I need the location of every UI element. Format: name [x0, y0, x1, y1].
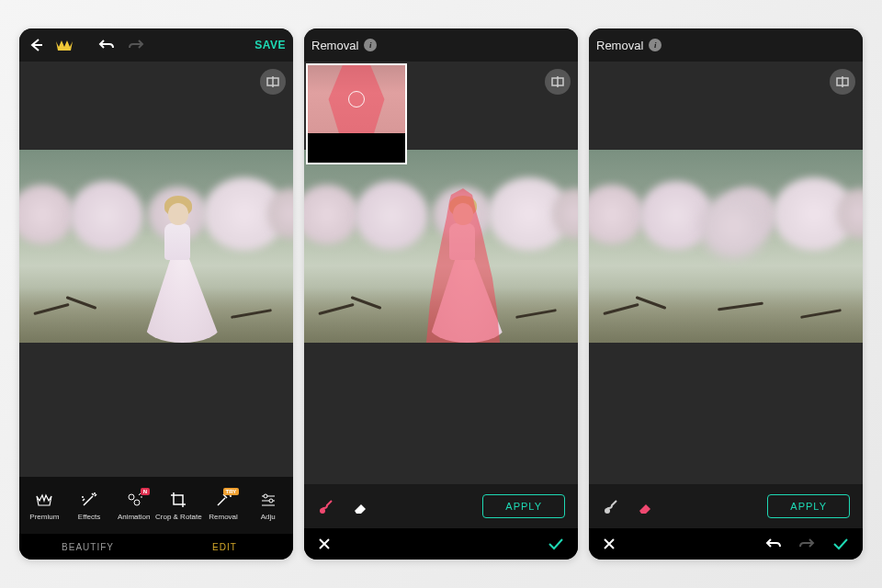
topbar: Removal i	[304, 28, 578, 62]
tool-crop-rotate[interactable]: Crop & Rotate	[157, 490, 200, 521]
bottom-bar	[304, 528, 578, 560]
canvas[interactable]	[19, 62, 293, 477]
canvas[interactable]	[589, 62, 863, 484]
aspect-icon[interactable]	[830, 69, 855, 95]
svg-point-5	[134, 500, 140, 505]
brush-preview	[306, 63, 407, 164]
aspect-icon[interactable]	[545, 69, 571, 95]
tool-effects[interactable]: Effects	[68, 490, 111, 521]
save-button[interactable]: SAVE	[254, 39, 286, 51]
svg-point-9	[269, 499, 273, 503]
phone-screen-3: Removal i	[589, 28, 863, 560]
undo-icon[interactable]	[98, 39, 115, 51]
tool-adjust[interactable]: Adju	[246, 490, 289, 521]
check-icon[interactable]	[831, 537, 850, 551]
eraser-icon[interactable]	[350, 496, 370, 516]
photo-with-mask	[304, 150, 578, 343]
tool-animation[interactable]: N Animation	[112, 490, 155, 521]
brush-icon[interactable]	[602, 496, 622, 516]
subject-woman	[139, 187, 221, 343]
canvas[interactable]	[304, 62, 578, 484]
back-icon[interactable]	[27, 36, 45, 54]
check-icon[interactable]	[547, 537, 565, 551]
info-icon[interactable]: i	[364, 39, 377, 51]
phone-screen-1: SAVE	[19, 28, 293, 560]
redo-icon	[128, 39, 144, 51]
photo-with-subject	[19, 150, 293, 343]
mode-tabs: BEAUTIFY EDIT	[19, 534, 293, 560]
close-icon[interactable]	[602, 537, 616, 551]
brush-icon[interactable]	[317, 496, 337, 516]
crown-icon[interactable]	[54, 37, 74, 53]
tool-removal[interactable]: TRY Removal	[202, 490, 245, 521]
tool-strip: Premium Effects N Animation Crop & Rotat…	[19, 477, 293, 534]
eraser-icon[interactable]	[635, 496, 655, 516]
removal-toolbar: APPLY	[589, 484, 863, 528]
tool-premium[interactable]: Premium	[23, 490, 66, 521]
topbar: SAVE	[19, 28, 293, 62]
svg-point-12	[320, 508, 325, 514]
info-icon[interactable]: i	[649, 39, 662, 51]
svg-point-8	[264, 494, 267, 498]
tab-beautify[interactable]: BEAUTIFY	[19, 534, 156, 560]
apply-button[interactable]: APPLY	[767, 494, 850, 518]
brush-cursor-icon	[348, 91, 365, 107]
svg-point-15	[605, 508, 610, 514]
close-icon[interactable]	[317, 537, 332, 551]
screen-title: Removal	[596, 39, 643, 52]
badge-try: TRY	[223, 488, 240, 495]
removal-toolbar: APPLY	[304, 484, 578, 528]
phone-screen-2: Removal i	[304, 28, 578, 560]
screen-title: Removal	[311, 39, 358, 52]
svg-point-3	[82, 496, 84, 498]
svg-point-7	[230, 495, 232, 497]
undo-icon[interactable]	[765, 537, 782, 550]
photo-result	[589, 150, 863, 343]
topbar: Removal i	[589, 28, 863, 62]
svg-point-4	[129, 494, 134, 500]
redo-icon	[798, 537, 815, 550]
svg-point-2	[94, 492, 96, 494]
bottom-bar	[589, 528, 863, 560]
badge-new: N	[141, 488, 150, 495]
tab-edit[interactable]: EDIT	[156, 534, 293, 560]
apply-button[interactable]: APPLY	[482, 494, 565, 518]
aspect-icon[interactable]	[260, 69, 286, 95]
